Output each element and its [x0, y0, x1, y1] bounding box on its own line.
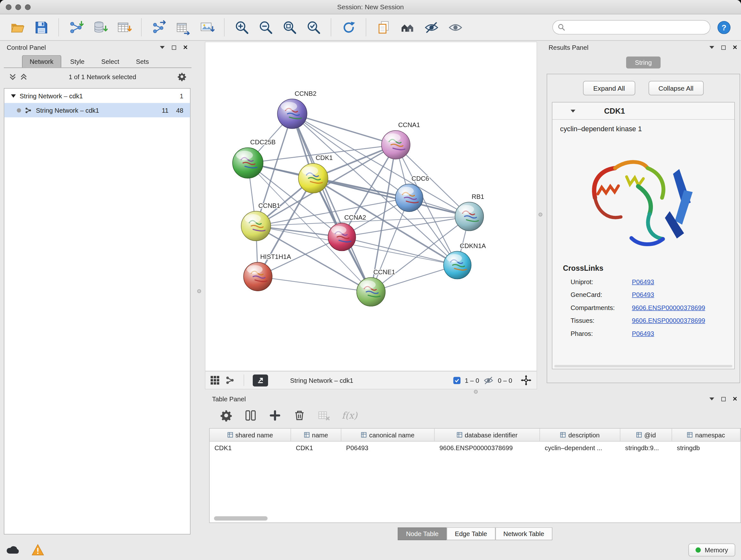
- tree-expand-icon[interactable]: [11, 94, 16, 98]
- first-neighbors-button[interactable]: [397, 17, 418, 37]
- warning-icon[interactable]: [31, 544, 44, 556]
- network-row[interactable]: String Network – cdk1 11 48: [4, 103, 190, 118]
- show-columns-icon[interactable]: [244, 409, 257, 422]
- zoom-in-button[interactable]: [231, 17, 253, 37]
- panel-menu-icon[interactable]: [709, 46, 714, 49]
- add-column-icon[interactable]: [269, 409, 282, 422]
- results-scrollbar[interactable]: [554, 365, 732, 368]
- splitter-handle-right[interactable]: [539, 212, 542, 216]
- tab-style[interactable]: Style: [63, 55, 92, 68]
- horizontal-scrollbar[interactable]: [214, 516, 268, 521]
- table-cell[interactable]: CDK1: [210, 442, 291, 455]
- table-cell[interactable]: cyclin–dependent ...: [540, 442, 620, 455]
- column-header-canonical-name[interactable]: canonical name: [341, 429, 435, 441]
- node-RB1[interactable]: RB1: [455, 193, 484, 231]
- table-cell[interactable]: stringdb:9...: [620, 442, 672, 455]
- hide-selected-button[interactable]: [421, 17, 442, 37]
- edge-CDK1-RB1[interactable]: [313, 178, 469, 216]
- column-header-shared-name[interactable]: shared name: [210, 429, 291, 441]
- zoom-out-button[interactable]: [255, 17, 276, 37]
- memory-button[interactable]: Memory: [688, 543, 735, 557]
- crosslink-link[interactable]: P06493: [632, 330, 654, 337]
- tab-network[interactable]: Network: [22, 55, 61, 68]
- gear-icon[interactable]: [177, 72, 187, 81]
- column-header-name[interactable]: name: [291, 429, 341, 441]
- hidden-eye-slash-icon[interactable]: [483, 375, 494, 385]
- close-panel-icon[interactable]: ×: [733, 44, 737, 51]
- column-header-description[interactable]: description: [540, 429, 620, 441]
- show-all-button[interactable]: [445, 17, 466, 37]
- selected-checkbox[interactable]: [453, 377, 461, 384]
- pan-move-icon[interactable]: [521, 374, 532, 386]
- import-network-from-database-button[interactable]: [90, 17, 111, 37]
- edge-CCNB2-CCNA1[interactable]: [292, 114, 396, 145]
- table-cell[interactable]: CDK1: [291, 442, 341, 455]
- node-CDC25B[interactable]: CDC25B: [232, 138, 276, 178]
- table-settings-gear-icon[interactable]: [220, 409, 233, 422]
- crosslink-link[interactable]: P06493: [632, 291, 654, 299]
- cloud-icon[interactable]: [6, 545, 20, 555]
- collapse-all-icon[interactable]: [9, 72, 17, 81]
- network-view[interactable]: CCNB2CCNA1CDC25BCDK1CDC6RB1CCNB1CCNA2CDK…: [205, 42, 537, 371]
- export-network-button[interactable]: [148, 17, 170, 37]
- tab-edge-table[interactable]: Edge Table: [447, 527, 495, 541]
- protein-section-header[interactable]: CDK1: [552, 103, 734, 120]
- close-panel-icon[interactable]: ×: [733, 395, 737, 403]
- edge-HIST1H1A-CCNE1[interactable]: [258, 276, 371, 292]
- splitter-handle-left[interactable]: [197, 289, 201, 293]
- help-button[interactable]: ?: [713, 17, 734, 37]
- tab-node-table[interactable]: Node Table: [398, 527, 447, 541]
- apply-preferred-layout-button[interactable]: [338, 17, 359, 37]
- open-in-new-window-button[interactable]: [253, 374, 268, 386]
- network-collection-row[interactable]: String Network – cdk1 1: [4, 89, 190, 103]
- table-row[interactable]: CDK1CDK1P064939606.ENSP00000378699cyclin…: [210, 442, 741, 455]
- node-CCNB2[interactable]: CCNB2: [277, 90, 316, 129]
- table-cell[interactable]: 9606.ENSP00000378699: [434, 442, 540, 455]
- import-table-from-file-button[interactable]: [114, 17, 135, 37]
- search-input[interactable]: [568, 23, 705, 31]
- column-header-@id[interactable]: @id: [620, 429, 672, 441]
- panel-menu-icon[interactable]: [159, 46, 164, 49]
- tab-select[interactable]: Select: [93, 55, 127, 68]
- column-icon: [304, 432, 310, 438]
- section-collapse-icon[interactable]: [570, 110, 576, 112]
- network-graph[interactable]: CCNB2CCNA1CDC25BCDK1CDC6RB1CCNB1CCNA2CDK…: [205, 42, 537, 371]
- edge-CCNB2-CCNE1[interactable]: [292, 114, 371, 292]
- float-panel-icon[interactable]: [721, 45, 726, 50]
- float-panel-icon[interactable]: [721, 397, 726, 401]
- node-CCNA1[interactable]: CCNA1: [381, 121, 420, 159]
- expand-all-button[interactable]: Expand All: [583, 81, 635, 96]
- crosslink-link[interactable]: 9606.ENSP00000378699: [632, 317, 705, 324]
- export-image-button[interactable]: [196, 17, 217, 37]
- float-panel-icon[interactable]: [172, 45, 176, 50]
- open-session-button[interactable]: [7, 17, 28, 37]
- table-cell[interactable]: P06493: [341, 442, 435, 455]
- export-table-button[interactable]: [172, 17, 193, 37]
- column-header-database-identifier[interactable]: database identifier: [434, 429, 540, 441]
- tab-string[interactable]: String: [626, 57, 661, 69]
- zoom-selected-button[interactable]: [303, 17, 324, 37]
- new-network-from-selection-button[interactable]: [373, 17, 394, 37]
- delete-column-icon[interactable]: [293, 409, 306, 422]
- close-panel-icon[interactable]: ×: [183, 44, 188, 51]
- search-field[interactable]: [552, 20, 711, 35]
- column-header-namespac[interactable]: namespac: [672, 429, 741, 441]
- network-overview-icon[interactable]: [226, 375, 235, 385]
- expand-all-icon[interactable]: [20, 72, 28, 81]
- import-network-from-file-button[interactable]: [66, 17, 87, 37]
- node-HIST1H1A[interactable]: HIST1H1A: [244, 253, 291, 291]
- collapse-all-button[interactable]: Collapse All: [649, 81, 704, 96]
- node-CCNB1[interactable]: CCNB1: [241, 202, 280, 241]
- zoom-fit-content-button[interactable]: [279, 17, 300, 37]
- tab-network-table[interactable]: Network Table: [495, 527, 552, 541]
- save-session-button[interactable]: [30, 17, 52, 37]
- crosslink-link[interactable]: 9606.ENSP00000378699: [632, 304, 705, 312]
- table-cell[interactable]: stringdb: [672, 442, 741, 455]
- node-CDC6[interactable]: CDC6: [395, 175, 429, 212]
- crosslink-link[interactable]: P06493: [632, 278, 654, 286]
- splitter-handle-bottom[interactable]: [474, 390, 478, 394]
- tab-sets[interactable]: Sets: [128, 55, 157, 68]
- node-CDKN1A[interactable]: CDKN1A: [444, 242, 486, 279]
- panel-menu-icon[interactable]: [709, 397, 714, 400]
- grid-view-icon[interactable]: [210, 375, 220, 385]
